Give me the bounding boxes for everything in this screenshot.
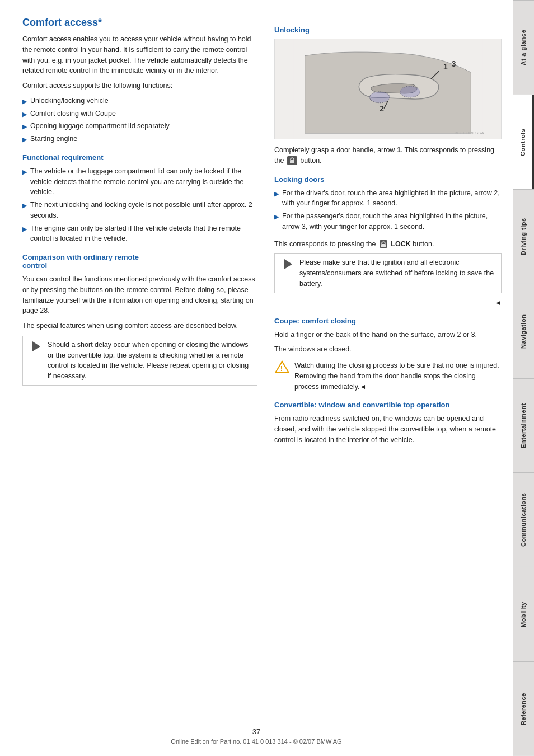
svg-text:3: 3: [452, 59, 456, 68]
lock-body: This corresponds to pressing the LOCK bu…: [274, 239, 502, 250]
list-item-text: Comfort closing with Coupe: [30, 109, 116, 119]
bullet-icon: ▶: [22, 122, 27, 132]
comparison-notice-box: Should a short delay occur when opening …: [22, 336, 257, 386]
tab-controls[interactable]: Controls: [513, 95, 534, 189]
comparison-title: Comparison with ordinary remotecontrol: [22, 253, 257, 270]
comparison-body-1: You can control the functions mentioned …: [22, 274, 257, 316]
tab-label: Mobility: [520, 602, 527, 627]
list-item-text: Starting engine: [30, 134, 77, 144]
coupe-body-1: Hold a finger or the back of the hand on…: [274, 330, 502, 340]
tab-at-a-glance[interactable]: At a glance: [513, 0, 534, 95]
page-footer: 37 Online Edition for Part no. 01 41 0 0…: [0, 727, 513, 745]
bullet-icon: ▶: [274, 212, 279, 222]
tab-label: Driving tips: [520, 218, 527, 255]
svg-text:!: !: [280, 364, 283, 373]
svg-rect-10: [290, 160, 294, 163]
list-item-text: For the driver's door, touch the area hi…: [282, 188, 502, 209]
tab-driving-tips[interactable]: Driving tips: [513, 189, 534, 284]
tab-label: Communications: [520, 493, 527, 547]
intro-text-2: Comfort access supports the following fu…: [22, 81, 257, 91]
bullet-icon: ▶: [22, 224, 27, 234]
locking-doors-title: Locking doors: [274, 175, 502, 184]
list-item: ▶ The engine can only be started if the …: [22, 223, 257, 245]
convertible-body: From radio readiness switched on, the wi…: [274, 414, 502, 445]
list-item-text: The vehicle or the luggage compartment l…: [30, 166, 257, 198]
lock-icon-inline: [379, 240, 388, 248]
functional-req-list: ▶ The vehicle or the luggage compartment…: [22, 166, 257, 244]
functional-req-title: Functional requirement: [22, 153, 257, 162]
footer-text: Online Edition for Part no. 01 41 0 013 …: [171, 738, 341, 745]
tab-entertainment[interactable]: Entertainment: [513, 378, 534, 473]
tab-communications[interactable]: Communications: [513, 472, 534, 567]
svg-text:1: 1: [443, 62, 448, 71]
features-list: ▶ Unlocking/locking vehicle ▶ Comfort cl…: [22, 96, 257, 144]
list-item-text: Unlocking/locking vehicle: [30, 96, 109, 106]
list-item: ▶ Starting engine: [22, 134, 257, 144]
tab-navigation[interactable]: Navigation: [513, 284, 534, 378]
list-item-text: The next unlocking and locking cycle is …: [30, 200, 257, 221]
tab-label: Entertainment: [520, 403, 527, 448]
tab-label: Navigation: [520, 314, 527, 348]
list-item: ▶ Unlocking/locking vehicle: [22, 96, 257, 106]
list-item: ▶ The next unlocking and locking cycle i…: [22, 200, 257, 221]
svg-text:BC_FORESSA: BC_FORESSA: [455, 130, 485, 135]
door-handle-image: 1 2 3 BC_FORESSA: [274, 39, 502, 139]
bullet-icon: ▶: [22, 97, 27, 106]
comparison-body-2: The special features when using comfort …: [22, 321, 257, 331]
bullet-icon: ▶: [22, 167, 27, 177]
play-icon-2: [279, 257, 295, 271]
side-tab-bar: At a glance Controls Driving tips Naviga…: [513, 0, 534, 756]
right-column: Unlocking 1 2: [274, 17, 502, 739]
list-item: ▶ For the passenger's door, touch the ar…: [274, 211, 502, 232]
left-column: Comfort access* Comfort access enables y…: [22, 17, 257, 739]
page-title: Comfort access*: [22, 17, 257, 29]
tab-label: Reference: [520, 693, 527, 725]
list-item-text: Opening luggage compartment lid sepa­rat…: [30, 121, 170, 132]
tab-mobility[interactable]: Mobility: [513, 567, 534, 661]
unlock-button-icon: [287, 156, 297, 165]
list-item-text: For the passenger's door, touch the area…: [282, 211, 502, 232]
tab-reference[interactable]: Reference: [513, 661, 534, 756]
tab-label: At a glance: [520, 30, 527, 65]
locking-end-mark: ◄: [274, 298, 502, 308]
unlocking-body: Completely grasp a door handle, arrow 1.…: [274, 145, 502, 166]
list-item: ▶ The vehicle or the luggage compartment…: [22, 166, 257, 198]
list-item: ▶ For the driver's door, touch the area …: [274, 188, 502, 209]
bullet-icon: ▶: [22, 201, 27, 210]
play-icon: [27, 340, 43, 353]
coupe-warning-box: ! Watch during the closing process to be…: [274, 360, 502, 392]
svg-text:2: 2: [380, 104, 384, 113]
svg-rect-12: [381, 244, 386, 247]
convertible-title: Convertible: window and convertible top …: [274, 401, 502, 409]
play-triangle-icon-2: [284, 259, 292, 269]
bullet-icon: ▶: [22, 110, 27, 119]
lock-label: LOCK: [391, 240, 410, 248]
warning-triangle-icon: !: [274, 360, 290, 374]
svg-point-6: [369, 92, 390, 103]
list-item: ▶ Opening luggage compartment lid sepa­r…: [22, 121, 257, 132]
coupe-closing-title: Coupe: comfort closing: [274, 317, 502, 325]
svg-point-7: [400, 86, 420, 97]
coupe-warning-text: Watch during the closing process to be s…: [294, 360, 502, 392]
comparison-notice-text: Should a short delay occur when opening …: [48, 340, 252, 382]
locking-notice-box: Please make sure that the ignition and a…: [274, 253, 502, 293]
tab-label: Controls: [519, 128, 526, 156]
play-triangle-icon: [32, 341, 40, 351]
locking-doors-list: ▶ For the driver's door, touch the area …: [274, 188, 502, 232]
bullet-icon: ▶: [22, 135, 27, 144]
page-number: 37: [0, 727, 513, 736]
list-item-text: The engine can only be started if the ve…: [30, 223, 257, 245]
bullet-icon: ▶: [274, 189, 279, 199]
locking-notice-text: Please make sure that the ignition and a…: [299, 257, 496, 289]
unlocking-title: Unlocking: [274, 26, 502, 34]
coupe-body-2: The windows are closed.: [274, 344, 502, 355]
intro-text-1: Comfort access enables you to access you…: [22, 34, 257, 76]
list-item: ▶ Comfort closing with Coupe: [22, 109, 257, 119]
